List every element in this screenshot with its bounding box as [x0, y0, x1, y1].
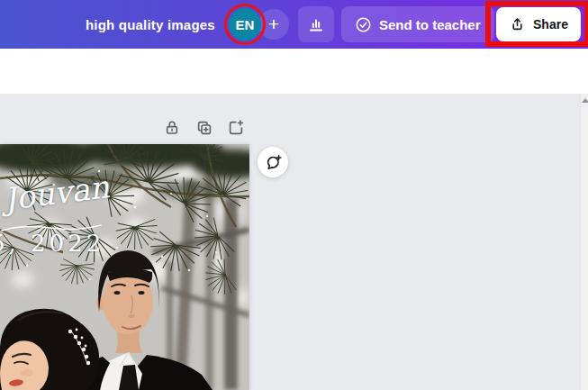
duplicate-plus-icon — [195, 119, 213, 137]
add-comment-icon — [264, 153, 283, 172]
plus-icon: + — [268, 14, 279, 35]
unlock-icon — [163, 119, 181, 137]
add-comment-button[interactable] — [258, 147, 288, 177]
photo-date-text[interactable]: 5, 2022 — [0, 230, 104, 257]
insights-button[interactable] — [298, 6, 334, 42]
design-title[interactable]: high quality images — [86, 0, 215, 49]
editor-toolbar — [0, 49, 588, 94]
unlock-button[interactable] — [162, 118, 182, 138]
share-label: Share — [533, 17, 568, 32]
scroll-up-arrow-icon[interactable] — [581, 98, 588, 103]
share-button[interactable]: Share — [496, 7, 581, 41]
send-to-teacher-label: Send to teacher — [379, 17, 481, 32]
share-upload-icon — [509, 16, 526, 33]
app-window: high quality images EN + Send to teacher — [0, 0, 588, 390]
add-page-button[interactable] — [226, 118, 246, 138]
duplicate-page-button[interactable] — [194, 118, 214, 138]
avatar[interactable]: EN — [229, 8, 261, 41]
top-navbar: high quality images EN + Send to teacher — [0, 0, 588, 49]
vertical-scrollbar[interactable] — [580, 94, 588, 390]
design-canvas[interactable]: Jouvan 5, 2022 — [0, 94, 588, 390]
check-circle-icon — [355, 16, 372, 33]
bar-chart-icon — [307, 15, 325, 33]
export-plus-icon — [227, 119, 245, 137]
add-member-button[interactable]: + — [258, 9, 289, 40]
send-to-teacher-button[interactable]: Send to teacher — [341, 6, 494, 42]
photo-page[interactable]: Jouvan 5, 2022 — [0, 144, 249, 390]
